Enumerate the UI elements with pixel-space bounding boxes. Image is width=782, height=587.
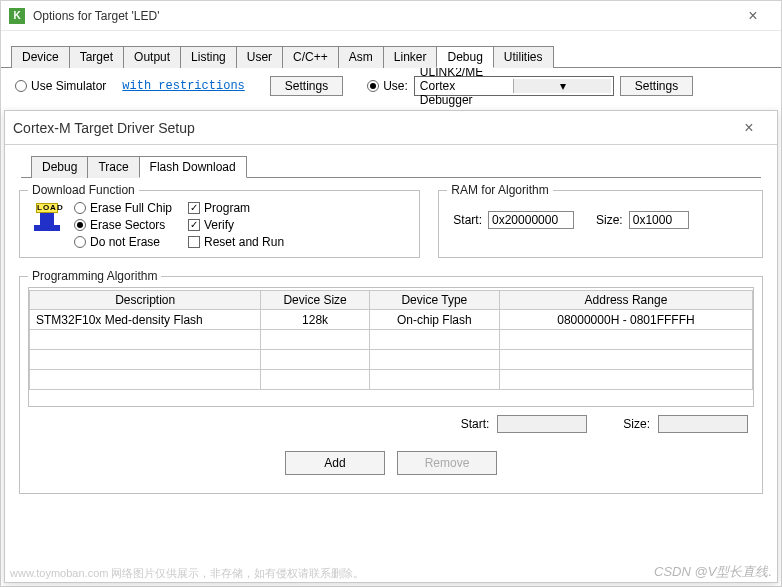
erase-full-radio[interactable]: Erase Full Chip <box>74 201 172 215</box>
program-checkbox[interactable]: Program <box>188 201 284 215</box>
debugger-select[interactable]: ULINK2/ME Cortex Debugger ▾ <box>414 76 614 96</box>
download-function-legend: Download Function <box>28 183 139 197</box>
ram-size-label: Size: <box>596 213 623 227</box>
use-label: Use: <box>383 79 408 93</box>
cell-size: 128k <box>261 310 369 330</box>
radio-icon <box>15 80 27 92</box>
dialog-title: Cortex-M Target Driver Setup <box>13 120 729 136</box>
checkbox-icon <box>188 202 200 214</box>
table-row <box>30 350 753 370</box>
ram-group: RAM for Algorithm Start: 0x20000000 Size… <box>438 190 763 258</box>
algo-size-input <box>658 415 748 433</box>
ram-size-input[interactable]: 0x1000 <box>629 211 689 229</box>
dialog-close-icon[interactable]: × <box>729 119 769 137</box>
algo-table: Description Device Size Device Type Addr… <box>29 290 753 390</box>
tab-dlg-debug[interactable]: Debug <box>31 156 88 178</box>
settings-debugger-button[interactable]: Settings <box>620 76 693 96</box>
tab-listing[interactable]: Listing <box>180 46 237 68</box>
app-icon: K <box>9 8 25 24</box>
tab-utilities[interactable]: Utilities <box>493 46 554 68</box>
radio-icon <box>74 219 86 231</box>
watermark-footer: www.toymoban.com 网络图片仅供展示，非存储，如有侵权请联系删除。 <box>10 566 364 581</box>
use-simulator-radio[interactable]: Use Simulator <box>15 79 106 93</box>
download-function-group: Download Function LOAD Erase Full Chip E… <box>19 190 420 258</box>
prog-algo-group: Programming Algorithm Description Device… <box>19 276 763 494</box>
table-row <box>30 370 753 390</box>
algo-start-label: Start: <box>461 417 490 431</box>
erase-sectors-radio[interactable]: Erase Sectors <box>74 218 172 232</box>
debugger-value: ULINK2/ME Cortex Debugger <box>417 65 514 107</box>
dialog-tabs: Debug Trace Flash Download <box>21 151 761 178</box>
prog-algo-legend: Programming Algorithm <box>28 269 161 283</box>
ram-legend: RAM for Algorithm <box>447 183 552 197</box>
cell-desc: STM32F10x Med-density Flash <box>30 310 261 330</box>
tab-debug[interactable]: Debug <box>436 46 493 68</box>
tab-output[interactable]: Output <box>123 46 181 68</box>
load-icon: LOAD <box>30 203 64 237</box>
radio-icon <box>74 236 86 248</box>
table-row[interactable]: STM32F10x Med-density Flash 128k On-chip… <box>30 310 753 330</box>
col-address-range[interactable]: Address Range <box>499 291 752 310</box>
radio-icon <box>74 202 86 214</box>
checkbox-icon <box>188 236 200 248</box>
add-button[interactable]: Add <box>285 451 385 475</box>
col-description[interactable]: Description <box>30 291 261 310</box>
parent-tabs: Device Target Output Listing User C/C++ … <box>1 41 781 68</box>
tab-cpp[interactable]: C/C++ <box>282 46 339 68</box>
tab-device[interactable]: Device <box>11 46 70 68</box>
ram-start-input[interactable]: 0x20000000 <box>488 211 574 229</box>
remove-button[interactable]: Remove <box>397 451 497 475</box>
table-row <box>30 330 753 350</box>
verify-checkbox[interactable]: Verify <box>188 218 284 232</box>
algo-start-input <box>497 415 587 433</box>
watermark: CSDN @V型长直线. <box>654 563 772 581</box>
radio-icon <box>367 80 379 92</box>
cell-type: On-chip Flash <box>369 310 499 330</box>
tab-target[interactable]: Target <box>69 46 124 68</box>
col-device-size[interactable]: Device Size <box>261 291 369 310</box>
tab-linker[interactable]: Linker <box>383 46 438 68</box>
use-simulator-label: Use Simulator <box>31 79 106 93</box>
debug-row: Use Simulator with restrictions Settings… <box>1 68 781 104</box>
tab-asm[interactable]: Asm <box>338 46 384 68</box>
dialog-titlebar: Cortex-M Target Driver Setup × <box>5 111 777 145</box>
algo-size-label: Size: <box>623 417 650 431</box>
do-not-erase-radio[interactable]: Do not Erase <box>74 235 172 249</box>
close-icon[interactable]: × <box>733 7 773 25</box>
restrictions-link[interactable]: with restrictions <box>122 79 244 93</box>
cell-range: 08000000H - 0801FFFFH <box>499 310 752 330</box>
tab-user[interactable]: User <box>236 46 283 68</box>
col-device-type[interactable]: Device Type <box>369 291 499 310</box>
checkbox-icon <box>188 219 200 231</box>
use-debugger-radio[interactable]: Use: <box>367 79 408 93</box>
parent-titlebar: K Options for Target 'LED' × <box>1 1 781 31</box>
driver-setup-dialog: Cortex-M Target Driver Setup × Debug Tra… <box>4 110 778 583</box>
chevron-down-icon: ▾ <box>513 79 611 93</box>
tab-dlg-trace[interactable]: Trace <box>87 156 139 178</box>
window-title: Options for Target 'LED' <box>33 9 733 23</box>
ram-start-label: Start: <box>453 213 482 227</box>
algo-table-wrap[interactable]: Description Device Size Device Type Addr… <box>28 287 754 407</box>
settings-sim-button[interactable]: Settings <box>270 76 343 96</box>
tab-dlg-flash[interactable]: Flash Download <box>139 156 247 178</box>
reset-run-checkbox[interactable]: Reset and Run <box>188 235 284 249</box>
